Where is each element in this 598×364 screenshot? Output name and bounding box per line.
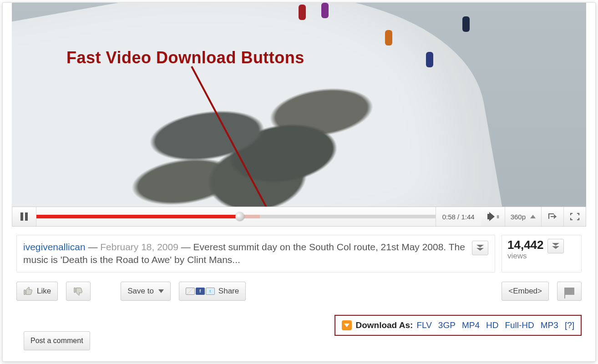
- quality-selector[interactable]: 360p: [505, 207, 542, 226]
- volume-button[interactable]: ııı: [481, 207, 505, 226]
- download-format-3gp[interactable]: 3GP: [438, 320, 456, 330]
- save-to-button[interactable]: Save to: [121, 282, 171, 301]
- chevron-double-down-icon: [552, 243, 559, 249]
- player-control-bar: 0:58 / 1:44 ııı 360p: [12, 207, 586, 227]
- download-format-hd[interactable]: HD: [486, 320, 498, 330]
- twitter-icon: t: [206, 288, 215, 295]
- view-count: 14,442: [507, 239, 544, 251]
- facebook-icon: f: [196, 288, 205, 295]
- download-as-panel: Download As: FLV 3GP MP4 HD Full-HD MP3 …: [334, 315, 582, 336]
- views-box: 14,442 views: [502, 235, 582, 273]
- download-format-mp4[interactable]: MP4: [462, 320, 480, 330]
- chevron-double-down-icon: [476, 245, 484, 251]
- video-description-box: ivegivenallican — February 18, 2009 — Ev…: [16, 235, 495, 273]
- seek-bar[interactable]: [36, 207, 436, 226]
- share-label: Share: [218, 287, 239, 296]
- seek-knob[interactable]: [235, 212, 244, 221]
- expand-description-button[interactable]: [472, 241, 488, 255]
- embed-label: <Embed>: [508, 287, 542, 296]
- views-label: views: [507, 252, 544, 261]
- share-button[interactable]: f t Share: [179, 282, 246, 301]
- pause-button[interactable]: [12, 207, 36, 226]
- share-icons: f t: [186, 288, 215, 295]
- post-comment-label: Post a comment: [30, 337, 83, 345]
- post-comment-button[interactable]: Post a comment: [24, 331, 90, 350]
- uploader-link[interactable]: ivegivenallican: [23, 242, 86, 252]
- upload-date: February 18, 2009: [100, 242, 178, 252]
- chevron-up-icon: [530, 215, 536, 218]
- quality-label: 360p: [511, 213, 526, 221]
- video-player-viewport[interactable]: Fast Video Download Buttons: [12, 3, 586, 207]
- thumbs-down-icon: [73, 286, 83, 296]
- download-format-fullhd[interactable]: Full-HD: [505, 320, 534, 330]
- expand-stats-button[interactable]: [547, 239, 564, 253]
- time-total: 1:44: [461, 213, 474, 221]
- download-icon: [342, 320, 352, 330]
- fullscreen-button[interactable]: [564, 207, 586, 226]
- download-format-help[interactable]: [?]: [565, 320, 574, 330]
- embed-button[interactable]: <Embed>: [502, 282, 549, 301]
- download-format-flv[interactable]: FLV: [416, 320, 431, 330]
- flag-icon: [564, 288, 574, 295]
- annotation-label: Fast Video Download Buttons: [66, 48, 304, 67]
- svg-line-0: [192, 66, 316, 207]
- video-thumbnail: [12, 3, 586, 207]
- save-to-label: Save to: [127, 287, 154, 296]
- time-display: 0:58 / 1:44: [436, 207, 481, 226]
- action-bar: Like Save to f t Share <Embed>: [16, 282, 582, 301]
- time-current: 0:58: [442, 213, 456, 221]
- like-label: Like: [37, 287, 51, 296]
- like-button[interactable]: Like: [16, 282, 58, 301]
- flag-button[interactable]: [557, 282, 582, 301]
- speaker-icon: ııı: [487, 212, 498, 221]
- thumbs-up-icon: [23, 286, 33, 296]
- email-icon: [186, 288, 195, 295]
- popout-button[interactable]: [542, 207, 564, 226]
- chevron-down-icon: [158, 289, 164, 293]
- download-format-mp3[interactable]: MP3: [541, 320, 558, 330]
- download-as-label: Download As:: [355, 320, 413, 330]
- dislike-button[interactable]: [66, 282, 91, 301]
- annotation-arrow: [12, 3, 585, 207]
